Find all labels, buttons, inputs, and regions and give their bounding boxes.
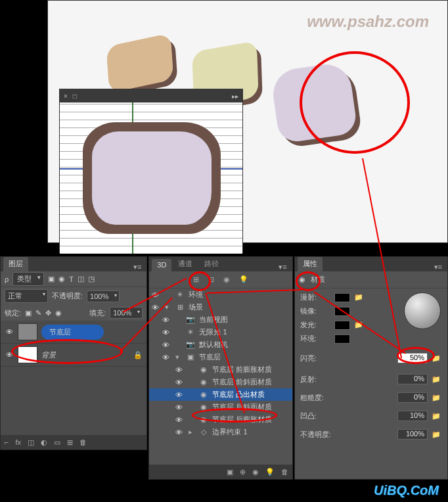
- annotation-oval-extrude-mat: [192, 408, 277, 422]
- filter-icon[interactable]: ρ: [5, 275, 9, 283]
- opacity-input[interactable]: 100%: [87, 290, 120, 302]
- folder-icon[interactable]: 📁: [432, 375, 442, 384]
- panel-menu-icon[interactable]: ▾≡: [276, 263, 289, 271]
- filter-pixel-icon[interactable]: ▣: [48, 275, 55, 283]
- tree-item-icon: ☀: [186, 328, 195, 336]
- group-icon[interactable]: ▭: [54, 438, 60, 447]
- 3d-scene-tree[interactable]: 👁☀环境👁▾⊞场景👁📷当前视图👁☀无限光 1👁📷默认相机👁▾▣节底层👁◉节底层 …: [149, 288, 292, 465]
- tab-3d[interactable]: 3D: [152, 259, 171, 271]
- filter-shape-icon[interactable]: ◫: [78, 275, 84, 283]
- layer-name[interactable]: 节底层: [41, 325, 104, 340]
- filter-light-icon[interactable]: 💡: [239, 275, 248, 284]
- trash-icon[interactable]: 🗑: [79, 438, 87, 446]
- bump-input[interactable]: 10%: [397, 411, 428, 421]
- layers-filter-bar[interactable]: ρ 类型 ▣ ◉ T ◫ ◳: [1, 271, 146, 287]
- visibility-icon[interactable]: 👁: [175, 366, 185, 374]
- tree-item-label: 无限光 1: [199, 327, 227, 337]
- tree-row[interactable]: 👁▸◇边界约束 1: [149, 426, 292, 438]
- folder-icon[interactable]: 📁: [432, 394, 442, 402]
- layers-footer: ⌐ fx ◫ ◐ ▭ ⊞ 🗑: [1, 435, 146, 449]
- 3d-object-1[interactable]: [106, 33, 174, 93]
- tree-item-icon: ◉: [199, 390, 208, 399]
- tree-row[interactable]: 👁◉节底层 凸出材质: [149, 388, 292, 401]
- filter-kind-select[interactable]: 类型: [12, 272, 44, 286]
- footer-trash-icon[interactable]: 🗑: [281, 468, 288, 476]
- tree-item-icon: ☀: [175, 290, 185, 299]
- fx-icon[interactable]: fx: [15, 438, 21, 446]
- adjust-icon[interactable]: ◐: [41, 438, 47, 447]
- tab-channels[interactable]: 通道: [173, 257, 198, 271]
- reflect-input[interactable]: 0%: [397, 374, 428, 384]
- tree-row[interactable]: 👁▾⊞场景: [149, 301, 292, 313]
- fill-label: 填充:: [89, 308, 106, 318]
- visibility-icon[interactable]: 👁: [162, 341, 171, 349]
- lock-label: 锁定:: [5, 308, 21, 318]
- mini-3d-shape[interactable]: [83, 122, 221, 234]
- props-tabs[interactable]: 属性 ▾≡: [295, 257, 447, 271]
- panel-menu-icon[interactable]: ▾≡: [432, 263, 445, 271]
- visibility-icon[interactable]: 👁: [175, 391, 185, 399]
- tree-item-label: 场景: [189, 302, 203, 312]
- layer-list[interactable]: 👁 节底层 👁 背景 🔒: [1, 321, 146, 435]
- mini-collapse-icon[interactable]: ▸▸: [232, 93, 238, 100]
- tree-row[interactable]: 👁▾▣节底层: [149, 351, 292, 363]
- filter-material-icon[interactable]: ◉: [223, 275, 230, 284]
- footer-mat-icon[interactable]: ◉: [252, 468, 259, 476]
- mini-header-box[interactable]: □: [73, 93, 77, 100]
- folder-icon[interactable]: 📁: [432, 412, 442, 421]
- lock-all-icon[interactable]: ◉: [55, 309, 62, 317]
- layer-thumb[interactable]: [18, 323, 37, 340]
- ambient-swatch[interactable]: [334, 334, 350, 344]
- visibility-icon[interactable]: 👁: [162, 329, 171, 336]
- mini-panel-header[interactable]: × □ ▸▸: [60, 89, 242, 103]
- link-icon[interactable]: ⌐: [5, 438, 9, 446]
- tree-row[interactable]: 👁◉节底层 前膨胀材质: [149, 363, 292, 376]
- tree-row[interactable]: 👁◉节底层 前斜面材质: [149, 376, 292, 388]
- tab-paths[interactable]: 路径: [199, 257, 224, 271]
- tree-row[interactable]: 👁☀无限光 1: [149, 326, 292, 338]
- lock-icon[interactable]: 🔒: [133, 351, 143, 359]
- visibility-icon[interactable]: 👁: [175, 403, 185, 411]
- rough-input[interactable]: 0%: [397, 392, 428, 403]
- visibility-icon[interactable]: 👁: [175, 378, 185, 386]
- new-layer-icon[interactable]: ⊞: [67, 438, 73, 447]
- mini-grid-viewport[interactable]: [60, 103, 242, 254]
- panel-menu-icon[interactable]: ▾≡: [131, 263, 144, 271]
- tree-row[interactable]: 👁📷当前视图: [149, 313, 292, 326]
- mini-header-x[interactable]: ×: [64, 93, 68, 100]
- 3d-tabs[interactable]: 3D 通道 路径 ▾≡: [149, 257, 292, 271]
- footer-add-icon[interactable]: ⊕: [240, 468, 246, 476]
- visibility-icon[interactable]: 👁: [162, 354, 171, 361]
- filter-adjust-icon[interactable]: ◉: [58, 275, 65, 283]
- blend-mode-select[interactable]: 正常: [5, 289, 48, 303]
- footer-light-icon[interactable]: 💡: [265, 468, 275, 476]
- visibility-icon[interactable]: 👁: [162, 316, 171, 324]
- filter-text-icon[interactable]: T: [69, 275, 74, 283]
- filter-smart-icon[interactable]: ◳: [88, 275, 95, 283]
- tree-item-label: 节底层 前斜面材质: [212, 377, 272, 387]
- tab-layers[interactable]: 图层: [3, 257, 28, 271]
- folder-icon[interactable]: 📁: [432, 430, 442, 439]
- popacity-input[interactable]: 100%: [397, 429, 428, 440]
- tree-item-label: 节底层: [199, 352, 221, 362]
- secondary-viewport-panel[interactable]: × □ ▸▸: [59, 89, 243, 253]
- visibility-toggle[interactable]: 👁: [5, 328, 14, 336]
- properties-panel: 属性 ▾≡ ◉ 材质 漫射:📁 镜像: 发光:📁 环境: 闪亮:50%📁 反射:…: [294, 256, 448, 480]
- footer-mesh-icon[interactable]: ▣: [227, 468, 233, 476]
- illum-swatch[interactable]: [334, 321, 350, 330]
- visibility-icon[interactable]: 👁: [175, 428, 185, 436]
- tree-item-icon: ◉: [199, 365, 208, 374]
- tree-item-label: 节底层 前膨胀材质: [212, 365, 272, 375]
- ambient-row: 环境:: [300, 334, 442, 344]
- tab-properties[interactable]: 属性: [298, 257, 323, 271]
- lock-move-icon[interactable]: ✥: [45, 309, 51, 317]
- diffuse-swatch[interactable]: [334, 293, 350, 302]
- folder-icon[interactable]: 📁: [354, 293, 365, 302]
- mask-icon[interactable]: ◫: [28, 438, 34, 447]
- visibility-icon[interactable]: 👁: [175, 416, 185, 424]
- tree-item-icon: 📷: [186, 340, 195, 349]
- lock-transparent-icon[interactable]: ▣: [25, 309, 32, 317]
- lock-paint-icon[interactable]: ✎: [35, 309, 41, 317]
- layers-tabs[interactable]: 图层 ▾≡: [1, 257, 146, 271]
- material-preview-sphere[interactable]: [404, 292, 441, 329]
